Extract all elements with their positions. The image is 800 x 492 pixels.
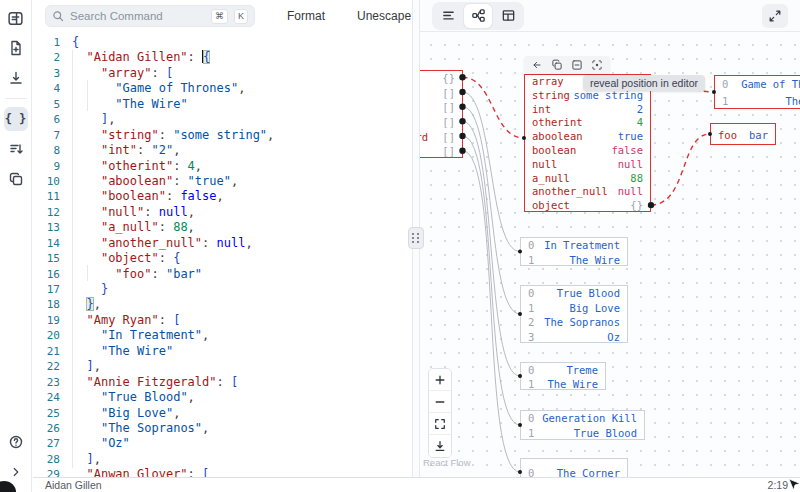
node-row: 0True Blood: [521, 286, 627, 301]
code-line[interactable]: 7 "string": "some string",: [33, 128, 412, 143]
code-line[interactable]: 12 "null": null,: [33, 205, 412, 220]
help-icon[interactable]: [4, 430, 28, 454]
graph-node-array[interactable]: 0Game of Thrones1The Wire: [714, 75, 800, 109]
code-line[interactable]: 2 "Aidan Gillen": {: [33, 50, 412, 65]
download-icon[interactable]: [4, 66, 28, 90]
table-view-button[interactable]: [494, 4, 522, 28]
code-line[interactable]: 6 ],: [33, 112, 412, 127]
line-number: 14: [33, 236, 60, 251]
sort-icon[interactable]: [4, 137, 28, 161]
node-toolbar: [524, 56, 610, 74]
code-line[interactable]: 25 "Big Love",: [33, 406, 412, 421]
code-line[interactable]: 26 "The Sopranos",: [33, 421, 412, 436]
code-line[interactable]: 27 "Oz": [33, 436, 412, 451]
panel-resize-handle[interactable]: [408, 227, 424, 249]
back-icon[interactable]: [529, 58, 545, 72]
line-number: 6: [33, 112, 60, 127]
line-number: 25: [33, 406, 60, 421]
graph-node-object[interactable]: foobar: [710, 123, 776, 145]
react-flow-attribution: React Flow: [423, 457, 471, 468]
graph-node-amy-ryan[interactable]: 0In Treatment1The Wire: [520, 237, 628, 266]
rows-view-button[interactable]: [434, 4, 462, 28]
new-document-icon[interactable]: [4, 36, 28, 60]
code-line[interactable]: 17 }: [33, 282, 412, 297]
search-input[interactable]: Search Command ⌘ K: [45, 5, 255, 27]
mouse-cursor: [788, 478, 800, 492]
node-row: 0Treme: [521, 363, 605, 377]
code-line[interactable]: 11 "boolean": false,: [33, 189, 412, 204]
graph-node-aidan-gillen[interactable]: array[]stringsome stringint2otherint4abo…: [524, 74, 651, 212]
code-line[interactable]: 18 },: [33, 297, 412, 312]
line-number: 27: [33, 436, 60, 451]
code-line[interactable]: 8 "int": "2",: [33, 143, 412, 158]
code-line[interactable]: 23 "Annie Fitzgerald": [: [33, 375, 412, 390]
unescape-button[interactable]: Unescape: [357, 9, 411, 23]
line-number: 15: [33, 251, 60, 266]
node-row: 1The Wire: [715, 93, 800, 109]
code-line[interactable]: 28 ],: [33, 452, 412, 467]
collapse-sidebar-icon[interactable]: [4, 460, 28, 484]
format-button[interactable]: Format: [287, 9, 325, 23]
node-row: 1Big Love: [521, 301, 627, 316]
zoom-in-button[interactable]: [429, 369, 451, 391]
clone-icon[interactable]: [4, 167, 28, 191]
app-logo-icon[interactable]: [4, 6, 28, 30]
code-line[interactable]: 29 "Anwan Glover": [: [33, 467, 412, 477]
node-row: otherint4: [525, 116, 650, 130]
code-line[interactable]: 9 "otherint": 4,: [33, 159, 412, 174]
line-number: 13: [33, 220, 60, 235]
collapse-node-icon[interactable]: [569, 58, 585, 72]
graph-node-annie-fitzgerald[interactable]: 0True Blood1Big Love2The Sopranos3Oz: [520, 285, 628, 343]
status-bar: Aidan Gillen 2:19: [33, 477, 800, 492]
graph-view-button[interactable]: [464, 4, 492, 28]
graph-node-root[interactable]: Aidan Gillen{}Amy Ryan[]Annie Fitzgerald…: [420, 70, 463, 158]
code-line[interactable]: 13 "a_null": 88,: [33, 220, 412, 235]
node-row: object{}: [525, 199, 650, 212]
code-line[interactable]: 16 "foo": "bar": [33, 267, 412, 282]
line-number: 2: [33, 50, 60, 65]
code-line[interactable]: 22 ],: [33, 359, 412, 374]
code-line[interactable]: 4 "Game of Thrones",: [33, 81, 412, 96]
code-line[interactable]: 1{: [33, 35, 412, 50]
graph-node-anwan-glover[interactable]: 0Treme1The Wire: [520, 362, 606, 390]
code-line[interactable]: 3 "array": [: [33, 66, 412, 81]
line-number: 16: [33, 267, 60, 282]
node-row: foobar: [711, 124, 775, 145]
graph-canvas[interactable]: Aidan Gillen{}Amy Ryan[]Annie Fitzgerald…: [420, 32, 800, 477]
zoom-out-button[interactable]: [429, 391, 451, 413]
shortcut-cmd-key: ⌘: [211, 9, 228, 24]
graph-node-alice-farmer[interactable]: 0The Corner: [520, 458, 628, 477]
line-number: 5: [33, 97, 60, 112]
line-number: 3: [33, 66, 60, 81]
line-number: 11: [33, 189, 60, 204]
indent-guide: [87, 80, 88, 111]
code-line[interactable]: 20 "In Treatment",: [33, 328, 412, 343]
fit-view-button[interactable]: [429, 413, 451, 435]
line-number: 24: [33, 390, 60, 405]
fullscreen-button[interactable]: [762, 4, 788, 28]
graph-panel: Aidan Gillen{}Amy Ryan[]Annie Fitzgerald…: [420, 0, 800, 477]
code-line[interactable]: 10 "aboolean": "true",: [33, 174, 412, 189]
node-row: 0The Corner: [521, 459, 627, 477]
code-line[interactable]: 24 "True Blood",: [33, 390, 412, 405]
code-line[interactable]: 14 "another_null": null,: [33, 236, 412, 251]
code-editor[interactable]: 1{2 "Aidan Gillen": {3 "array": [4 "Game…: [33, 32, 412, 477]
code-line[interactable]: 21 "The Wire": [33, 344, 412, 359]
code-line[interactable]: 5 "The Wire": [33, 97, 412, 112]
download-image-button[interactable]: [429, 435, 451, 457]
line-number: 7: [33, 128, 60, 143]
duplicate-icon[interactable]: [549, 58, 565, 72]
node-row: 1The Wire: [521, 377, 605, 390]
node-row: 3Oz: [521, 330, 627, 344]
graph-node-alexander-skarsgard[interactable]: 0Generation Kill1True Blood: [520, 410, 645, 440]
line-number: 17: [33, 282, 60, 297]
line-number: 20: [33, 328, 60, 343]
code-line[interactable]: 15 "object": {: [33, 251, 412, 266]
line-number: 22: [33, 359, 60, 374]
line-number: 1: [33, 35, 60, 50]
focus-node-icon[interactable]: [589, 58, 605, 72]
node-row: 1True Blood: [521, 426, 644, 440]
json-editor-view-icon[interactable]: { }: [4, 107, 28, 131]
indent-guide: [87, 265, 88, 281]
code-line[interactable]: 19 "Amy Ryan": [: [33, 313, 412, 328]
